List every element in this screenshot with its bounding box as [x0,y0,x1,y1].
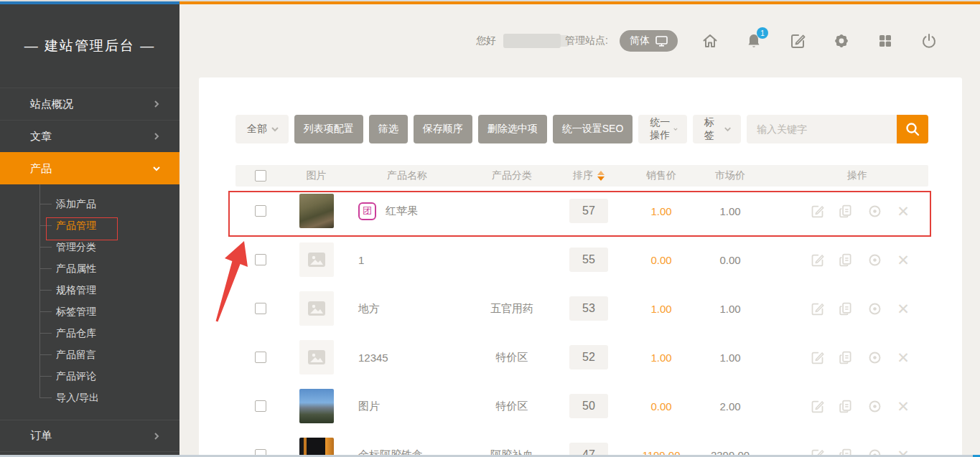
language-label: 简体 [630,34,650,47]
delete-button[interactable]: ✕ [895,203,911,219]
submenu-item-product-messages[interactable]: 产品留言 [0,344,179,365]
column-header-sort[interactable]: 排序 [556,169,621,182]
sidebar-item-label: 订单 [30,429,52,443]
settings-button[interactable] [832,32,851,50]
select-all-checkbox[interactable] [255,170,266,182]
submenu-item-manage-categories[interactable]: 管理分类 [0,236,179,258]
row-actions: ✕ [759,203,928,219]
dropdown-value: 统一操作 [650,116,672,142]
search-input[interactable] [747,115,897,143]
product-name[interactable]: 红苹果 [386,204,418,218]
product-thumbnail-placeholder[interactable] [299,291,334,326]
save-order-button[interactable]: 保存顺序 [414,115,472,143]
copy-button[interactable] [838,349,854,365]
language-switch-button[interactable]: 简体 [620,30,678,52]
top-accent-strip [0,0,980,4]
submenu-item-product-warehouse[interactable]: 产品仓库 [0,322,179,344]
product-name[interactable]: 地方 [358,302,380,316]
delete-selected-button[interactable]: 删除选中项 [478,115,547,143]
preview-button[interactable] [867,301,882,316]
delete-button[interactable]: ✕ [895,349,911,365]
sidebar-item-site-overview[interactable]: 站点概况 [0,88,179,120]
sidebar-item-products[interactable]: 产品 [0,152,179,184]
row-checkbox[interactable] [255,205,266,217]
sale-price: 0.00 [621,400,701,413]
sale-price: 1.00 [621,205,701,217]
product-thumbnail-placeholder[interactable] [299,242,334,277]
submenu-item-add-product[interactable]: 添加产品 [0,193,179,215]
edit-site-button[interactable] [788,32,807,50]
sort-value[interactable]: 57 [569,199,608,223]
submenu-item-spec-management[interactable]: 规格管理 [0,279,179,301]
preview-button[interactable] [867,349,882,365]
sidebar-item-orders[interactable]: 订单 [0,420,179,452]
submenu-item-tag-management[interactable]: 标签管理 [0,301,179,322]
power-icon [920,32,938,50]
delete-button[interactable]: ✕ [895,252,911,268]
monitor-icon [655,36,668,47]
column-header-actions: 操作 [759,169,928,182]
home-icon [701,32,719,50]
delete-button[interactable]: ✕ [895,301,911,316]
category-filter-dropdown[interactable]: 全部 [235,115,289,143]
batch-operation-dropdown[interactable]: 统一操作 [638,115,686,143]
sort-arrows-icon[interactable] [597,171,605,181]
row-checkbox[interactable] [255,254,266,265]
product-thumbnail[interactable] [299,389,334,423]
sort-value[interactable]: 50 [569,394,608,418]
product-thumbnail[interactable] [299,194,334,228]
preview-button[interactable] [867,398,882,414]
sort-value[interactable]: 53 [569,296,608,321]
edit-button[interactable] [809,203,825,219]
sidebar-item-articles[interactable]: 文章 [0,120,179,152]
submenu-item-product-reviews[interactable]: 产品评论 [0,365,179,387]
notifications-button[interactable]: 1 [745,32,763,50]
group-buy-badge: 团 [358,202,376,220]
search-button[interactable] [897,115,928,143]
chevron-down-icon [270,124,280,134]
apps-grid-button[interactable] [876,32,895,50]
tag-dropdown[interactable]: 标签 [693,115,741,143]
copy-button[interactable] [838,301,854,316]
product-name[interactable]: 12345 [358,352,388,364]
submenu-item-product-management[interactable]: 产品管理 [0,215,179,236]
filter-button[interactable]: 筛选 [369,115,408,143]
copy-button[interactable] [838,252,854,268]
copy-button[interactable] [838,203,854,219]
row-checkbox[interactable] [255,352,266,363]
content-panel: 全部 列表项配置 筛选 保存顺序 删除选中项 统一设置SEO 统一操作 标签 [199,77,962,457]
sort-value[interactable]: 55 [569,248,608,272]
chevron-right-icon [152,100,161,108]
market-price: 0.00 [701,254,759,266]
product-category: 特价区 [467,400,556,413]
logout-button[interactable] [920,32,938,50]
product-thumbnail-placeholder[interactable] [299,340,334,374]
search-box [747,115,928,143]
product-thumbnail[interactable] [299,438,334,457]
table-row: 金标阿胶铁盒 阿胶补血 47 1199.00 2399.00 ✕ [235,430,928,457]
delete-button[interactable]: ✕ [895,398,911,414]
image-placeholder-icon [308,301,325,316]
column-header-name: 产品名称 [347,169,467,182]
row-checkbox[interactable] [255,400,266,412]
home-button[interactable] [701,32,719,50]
table-row: 团 红苹果 57 1.00 1.00 ✕ [235,187,928,235]
list-config-button[interactable]: 列表项配置 [294,115,363,143]
preview-button[interactable] [867,203,882,219]
image-placeholder-icon [308,253,325,267]
row-checkbox[interactable] [255,303,266,314]
product-name[interactable]: 1 [358,254,364,266]
edit-button[interactable] [809,301,825,316]
notification-badge: 1 [757,27,768,39]
edit-button[interactable] [809,252,825,268]
sidebar-item-label: 产品 [30,162,52,176]
copy-button[interactable] [838,398,854,414]
edit-button[interactable] [809,349,825,365]
sort-value[interactable]: 52 [569,345,608,369]
product-name[interactable]: 图片 [358,400,380,413]
submenu-item-product-attributes[interactable]: 产品属性 [0,258,179,279]
preview-button[interactable] [867,252,882,268]
submenu-item-import-export[interactable]: 导入/导出 [0,387,179,408]
seo-settings-button[interactable]: 统一设置SEO [553,115,633,143]
edit-button[interactable] [809,398,825,414]
